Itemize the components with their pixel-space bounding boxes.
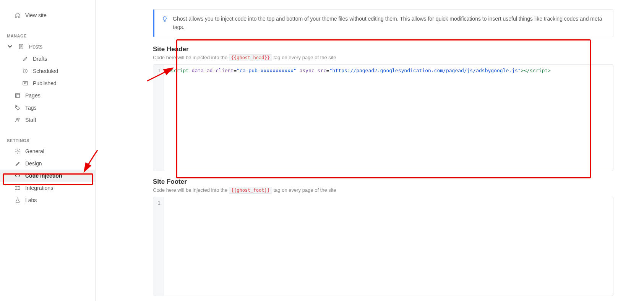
editor-gutter: 1: [153, 197, 164, 296]
nav-label: View site: [25, 12, 47, 18]
clock-icon: [22, 68, 28, 74]
nav-general[interactable]: General: [0, 145, 95, 157]
svg-point-10: [16, 189, 17, 190]
info-banner: Ghost allows you to inject code into the…: [153, 9, 613, 37]
nav-view-site[interactable]: View site: [0, 9, 95, 21]
site-header-desc: Code here will be injected into the {{gh…: [153, 55, 613, 60]
nav-scheduled[interactable]: Scheduled: [0, 65, 95, 77]
nav-pages[interactable]: Pages: [0, 89, 95, 102]
main-content: Ghost allows you to inject code into the…: [96, 0, 644, 301]
editor-code[interactable]: [164, 197, 613, 296]
section-label-manage: MANAGE: [0, 30, 95, 40]
site-header-title: Site Header: [153, 45, 613, 53]
nav-staff[interactable]: Staff: [0, 114, 95, 126]
site-footer-section: Site Footer Code here will be injected i…: [153, 178, 613, 296]
code-icon: [15, 173, 21, 179]
nav-label: General: [25, 148, 44, 154]
home-icon: [15, 12, 21, 18]
nav-label: Published: [33, 80, 57, 86]
integrations-icon: [15, 185, 21, 191]
info-text: Ghost allows you to inject code into the…: [173, 15, 606, 31]
nav-label: Tags: [25, 105, 37, 111]
nav-label: Staff: [25, 117, 36, 123]
svg-point-4: [16, 106, 16, 107]
site-footer-desc: Code here will be injected into the {{gh…: [153, 187, 613, 193]
nav-label: Posts: [29, 44, 42, 50]
site-footer-title: Site Footer: [153, 178, 613, 186]
svg-point-6: [18, 118, 19, 119]
svg-point-11: [19, 189, 20, 190]
nav-label: Code injection: [25, 173, 62, 179]
nav-design[interactable]: Design: [0, 157, 95, 170]
published-icon: [22, 80, 28, 86]
posts-icon: [18, 44, 24, 50]
nav-integrations[interactable]: Integrations: [0, 182, 95, 194]
nav-drafts[interactable]: Drafts: [0, 53, 95, 65]
svg-rect-2: [23, 81, 28, 85]
pages-icon: [15, 92, 21, 99]
svg-point-5: [16, 118, 18, 120]
nav-published[interactable]: Published: [0, 77, 95, 89]
nav-labs[interactable]: Labs: [0, 194, 95, 206]
lightbulb-icon: [161, 16, 168, 23]
site-header-editor[interactable]: 1 <script data-ad-client="ca-pub-xxxxxxx…: [153, 64, 613, 171]
staff-icon: [15, 117, 21, 123]
ghost-foot-tag: {{ghost_foot}}: [229, 187, 272, 194]
nav-code-injection[interactable]: Code injection: [0, 170, 95, 182]
svg-point-9: [19, 186, 20, 187]
editor-gutter: 1: [153, 65, 164, 171]
labs-icon: [15, 197, 21, 203]
pencil-icon: [22, 56, 28, 62]
chevron-down-icon: [7, 44, 13, 50]
nav-label: Integrations: [25, 185, 53, 191]
svg-rect-3: [16, 94, 20, 98]
section-label-settings: SETTINGS: [0, 134, 95, 145]
brush-icon: [15, 160, 21, 167]
tag-icon: [15, 105, 21, 111]
ghost-head-tag: {{ghost_head}}: [229, 54, 272, 61]
nav-posts[interactable]: Posts: [0, 40, 95, 53]
nav-label: Pages: [25, 92, 41, 99]
gear-icon: [15, 148, 21, 154]
svg-point-8: [16, 186, 17, 187]
editor-code[interactable]: <script data-ad-client="ca-pub-xxxxxxxxx…: [164, 65, 613, 171]
site-footer-editor[interactable]: 1: [153, 197, 613, 296]
nav-label: Scheduled: [33, 68, 58, 74]
svg-rect-0: [19, 44, 23, 49]
nav-label: Design: [25, 160, 42, 167]
nav-label: Labs: [25, 197, 37, 203]
nav-tags[interactable]: Tags: [0, 102, 95, 114]
svg-point-7: [17, 150, 18, 152]
nav-label: Drafts: [33, 56, 47, 62]
sidebar: View site MANAGE Posts Drafts Scheduled …: [0, 0, 96, 301]
site-header-section: Site Header Code here will be injected i…: [153, 45, 613, 171]
